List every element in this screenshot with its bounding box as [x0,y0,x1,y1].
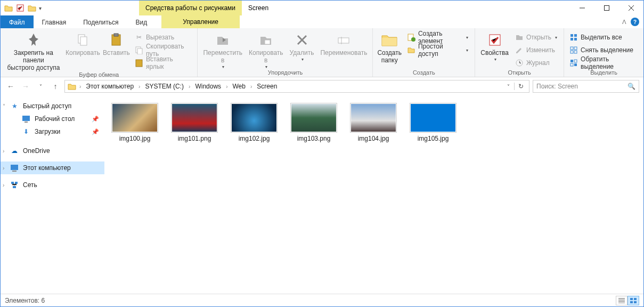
address-dropdown-icon[interactable]: ˅ [504,84,513,90]
breadcrumb-item[interactable]: Windows [193,83,223,90]
properties-button[interactable]: Свойства▾ [477,29,512,62]
svg-rect-29 [11,165,18,170]
recent-locations-button[interactable]: ˅ [35,80,46,92]
file-item[interactable]: img102.jpg [229,103,279,142]
thumbnails-view-button[interactable] [627,296,639,305]
svg-rect-5 [114,34,118,36]
maximize-button[interactable] [594,1,619,15]
select-none-icon [569,46,578,54]
help-icon[interactable]: ? [631,18,639,26]
svg-rect-33 [13,186,16,188]
move-to-button[interactable]: Переместить в▾ [200,29,246,69]
invert-selection-button[interactable]: Обратить выделение [567,57,639,69]
nav-network[interactable]: › Сеть [1,179,104,191]
paste-shortcut-icon [135,59,143,67]
expand-icon[interactable]: › [3,165,4,171]
address-bar: ← → ˅ ↑ › Этот компьютер › SYSTEM (C:) ›… [1,77,643,95]
nav-downloads[interactable]: ⬇ Загрузки 📌 [1,125,104,138]
nav-quick-access[interactable]: ˅ ★ Быстрый доступ [1,100,104,112]
edit-icon [515,46,524,54]
nav-this-pc[interactable]: › Этот компьютер [1,161,104,174]
rename-button[interactable]: Переименовать [317,29,370,57]
properties-icon [486,31,503,49]
new-folder-button[interactable]: Создать папку [375,29,404,64]
pin-icon: 📌 [92,116,99,123]
properties-qat-icon[interactable] [15,3,25,13]
file-list[interactable]: img100.jpgimg101.pngimg102.jpgimg103.png… [104,95,643,294]
copy-path-button[interactable]: Скопировать путь [133,44,193,56]
thumbnail [350,103,397,133]
folder-qat-icon[interactable] [27,3,37,13]
expand-icon[interactable]: › [3,148,4,154]
edit-button[interactable]: Изменить [513,44,559,56]
open-button[interactable]: Открыть▾ [513,31,559,43]
delete-button[interactable]: Удалить▾ [287,29,317,62]
svg-rect-8 [136,60,142,67]
chevron-down-icon: ▾ [494,57,496,62]
tab-manage[interactable]: Управление [161,15,240,28]
breadcrumb-item[interactable]: Этот компьютер [84,83,136,90]
folder-icon [4,3,13,13]
file-item[interactable]: img104.jpg [348,103,398,142]
expand-icon[interactable]: ˅ [3,103,5,109]
back-button[interactable]: ← [5,80,17,92]
minimize-ribbon-icon[interactable]: ᐱ [622,19,626,26]
window-title: Screen [242,1,275,15]
qat-dropdown-icon[interactable]: ▾ [39,5,45,11]
select-all-button[interactable]: Выделить все [567,31,639,43]
svg-rect-35 [634,298,637,300]
breadcrumb-item[interactable]: Screen [255,83,279,90]
paste-button[interactable]: Вставить [101,29,132,57]
forward-button[interactable]: → [20,80,31,92]
expand-icon[interactable]: › [3,182,4,188]
file-item[interactable]: img100.jpg [110,103,160,142]
tab-share[interactable]: Поделиться [75,15,127,28]
contextual-tab-header: Средства работы с рисунками [139,1,242,15]
svg-rect-1 [605,6,609,11]
search-input[interactable]: Поиск: Screen 🔍 [533,80,639,93]
breadcrumb-item[interactable]: Web [230,83,247,90]
tab-home[interactable]: Главная [34,15,75,28]
content-area: ˅ ★ Быстрый доступ Рабочий стол 📌 ⬇ Загр… [1,95,643,294]
file-item[interactable]: img105.jpg [408,103,458,142]
pin-icon: 📌 [92,128,99,135]
nav-desktop[interactable]: Рабочий стол 📌 [1,112,104,125]
cut-button[interactable]: ✂ Вырезать [133,31,193,43]
new-folder-icon [381,31,398,49]
downloads-icon: ⬇ [22,127,30,136]
paste-icon [108,31,125,49]
up-button[interactable]: ↑ [50,80,61,92]
breadcrumb-bar[interactable]: › Этот компьютер › SYSTEM (C:) › Windows… [64,80,529,93]
history-button[interactable]: Журнал [513,57,559,69]
svg-rect-36 [630,301,633,303]
copy-to-icon [257,31,274,49]
chevron-right-icon[interactable]: › [137,84,142,90]
chevron-right-icon[interactable]: › [187,84,192,90]
details-view-button[interactable] [616,296,627,305]
file-name: img104.jpg [358,135,389,142]
copy-button[interactable]: Копировать [64,29,101,57]
copy-icon [74,31,91,49]
pin-quick-access-button[interactable]: Закрепить на панели быстрого доступа [3,29,64,71]
chevron-right-icon[interactable]: › [224,84,229,90]
file-name: img103.png [297,135,331,142]
chevron-down-icon: ▾ [466,35,468,40]
tab-view[interactable]: Вид [127,15,156,28]
select-none-button[interactable]: Снять выделение [567,44,639,56]
chevron-right-icon[interactable]: › [249,84,254,90]
new-item-button[interactable]: Создать элемент▾ [405,31,470,43]
paste-shortcut-button[interactable]: Вставить ярлык [133,57,193,69]
copy-to-button[interactable]: Копировать в▾ [246,29,287,69]
thumbnail [171,103,218,133]
minimize-button[interactable] [570,1,594,15]
refresh-button[interactable]: ↻ [514,83,527,90]
easy-access-button[interactable]: Простой доступ▾ [405,44,470,56]
nav-onedrive[interactable]: › ☁ OneDrive [1,144,104,157]
svg-rect-37 [634,301,637,303]
file-item[interactable]: img101.png [169,103,219,142]
file-item[interactable]: img103.png [289,103,339,142]
breadcrumb-item[interactable]: SYSTEM (C:) [143,83,186,90]
tab-file[interactable]: Файл [1,15,34,28]
close-button[interactable] [619,1,643,15]
chevron-right-icon[interactable]: › [78,84,83,90]
